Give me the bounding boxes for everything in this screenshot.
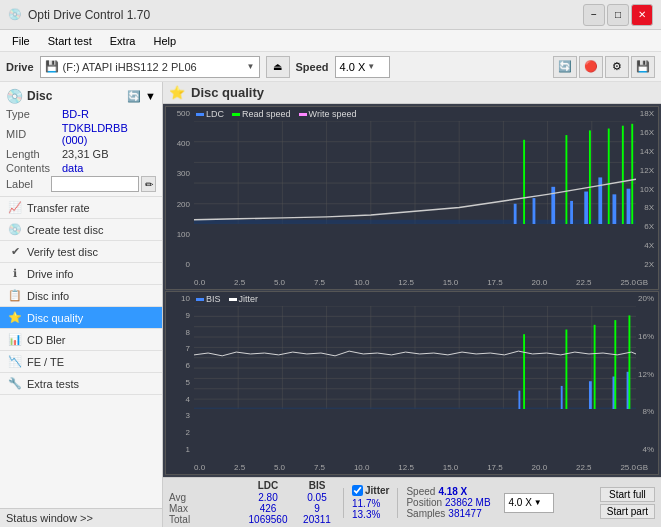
- sidebar-item-cd-bler[interactable]: 📊 CD Bler: [0, 329, 162, 351]
- transfer-rate-icon: 📈: [8, 201, 22, 214]
- drivebar: Drive 💾 (F:) ATAPI iHBS112 2 PL06 ▼ ⏏ Sp…: [0, 52, 661, 82]
- extra-tests-icon: 🔧: [8, 377, 22, 390]
- disc-menu-icon[interactable]: ▼: [145, 90, 156, 102]
- nav-label-extra-tests: Extra tests: [27, 378, 79, 390]
- result-speed-select[interactable]: 4.0 X ▼: [504, 493, 554, 513]
- chart2-svg: [194, 306, 636, 409]
- svg-rect-17: [533, 198, 536, 224]
- ldc-header: LDC: [243, 480, 293, 491]
- sidebar-item-extra-tests[interactable]: 🔧 Extra tests: [0, 373, 162, 395]
- total-bis: 20311: [297, 514, 337, 525]
- settings-button[interactable]: ⚙: [605, 56, 629, 78]
- avg-jitter: 11.7%: [352, 498, 389, 509]
- bis-legend-label: BIS: [206, 294, 221, 304]
- svg-rect-22: [612, 194, 616, 224]
- svg-rect-15: [194, 220, 636, 225]
- menu-start-test[interactable]: Start test: [40, 33, 100, 49]
- position-val: 23862 MB: [445, 497, 491, 508]
- type-key: Type: [6, 108, 62, 120]
- save-button[interactable]: 💾: [631, 56, 655, 78]
- nav-label-disc-quality: Disc quality: [27, 312, 83, 324]
- chart2-y-axis-left: 10 9 8 7 6 5 4 3 2 1: [166, 292, 194, 456]
- mid-key: MID: [6, 128, 62, 140]
- ldc-legend-label: LDC: [206, 109, 224, 119]
- svg-rect-25: [565, 135, 567, 224]
- sidebar-item-create-test-disc[interactable]: 💿 Create test disc: [0, 219, 162, 241]
- jitter-header: Jitter: [365, 485, 389, 496]
- nav-label-drive-info: Drive info: [27, 268, 73, 280]
- start-full-button[interactable]: Start full: [600, 487, 655, 502]
- disc-refresh-icon[interactable]: 🔄: [127, 90, 141, 103]
- nav-label-disc-info: Disc info: [27, 290, 69, 302]
- nav-label-verify-test-disc: Verify test disc: [27, 246, 98, 258]
- charts-area: LDC Read speed Write speed 500 400 300: [163, 104, 661, 477]
- result-speed-arrow: ▼: [534, 498, 542, 507]
- create-test-disc-icon: 💿: [8, 223, 22, 236]
- content-header-icon: ⭐: [169, 85, 185, 100]
- sidebar-item-fe-te[interactable]: 📉 FE / TE: [0, 351, 162, 373]
- eject-button[interactable]: ⏏: [266, 56, 290, 78]
- bis-chart: BIS Jitter 10 9 8 7 6 5 4 3 2: [165, 291, 659, 475]
- speed-label: Speed: [296, 61, 329, 73]
- mid-val: TDKBLDRBB (000): [62, 122, 156, 146]
- minimize-button[interactable]: −: [583, 4, 605, 26]
- label-edit-button[interactable]: ✏: [141, 176, 156, 192]
- contents-val: data: [62, 162, 83, 174]
- jitter-checkbox[interactable]: [352, 485, 363, 496]
- status-window-button[interactable]: Status window >>: [0, 508, 162, 527]
- content-title: Disc quality: [191, 85, 264, 100]
- maximize-button[interactable]: □: [607, 4, 629, 26]
- sidebar-item-disc-info[interactable]: 📋 Disc info: [0, 285, 162, 307]
- verify-test-disc-icon: ✔: [8, 245, 22, 258]
- avg-bis: 0.05: [297, 492, 337, 503]
- svg-rect-58: [594, 325, 596, 410]
- disc-icon: 💿: [6, 88, 23, 104]
- nav-label-fe-te: FE / TE: [27, 356, 64, 368]
- close-button[interactable]: ✕: [631, 4, 653, 26]
- titlebar: 💿 Opti Drive Control 1.70 − □ ✕: [0, 0, 661, 30]
- max-jitter: 13.3%: [352, 509, 389, 520]
- svg-rect-52: [561, 386, 563, 410]
- sidebar-item-drive-info[interactable]: ℹ Drive info: [0, 263, 162, 285]
- fe-te-icon: 📉: [8, 355, 22, 368]
- refresh-button[interactable]: 🔄: [553, 56, 577, 78]
- total-ldc: 1069560: [243, 514, 293, 525]
- ldc-legend-dot: [196, 113, 204, 116]
- length-key: Length: [6, 148, 62, 160]
- start-part-button[interactable]: Start part: [600, 504, 655, 519]
- label-input[interactable]: [51, 176, 139, 192]
- nav-label-cd-bler: CD Bler: [27, 334, 66, 346]
- ldc-chart: LDC Read speed Write speed 500 400 300: [165, 106, 659, 290]
- samples-val: 381477: [448, 508, 481, 519]
- sidebar-item-verify-test-disc[interactable]: ✔ Verify test disc: [0, 241, 162, 263]
- write-speed-legend-dot: [299, 113, 307, 116]
- speed-select[interactable]: 4.0 X ▼: [335, 56, 390, 78]
- menubar: File Start test Extra Help: [0, 30, 661, 52]
- chart2-x-axis: 0.0 2.5 5.0 7.5 10.0 12.5 15.0 17.5 20.0…: [194, 463, 636, 472]
- sidebar-item-transfer-rate[interactable]: 📈 Transfer rate: [0, 197, 162, 219]
- nav-label-create-test-disc: Create test disc: [27, 224, 103, 236]
- avg-label: Avg: [169, 492, 239, 503]
- disc-quality-icon: ⭐: [8, 311, 22, 324]
- svg-rect-27: [608, 129, 610, 225]
- jitter-legend-label: Jitter: [239, 294, 259, 304]
- menu-extra[interactable]: Extra: [102, 33, 144, 49]
- chart2-y-axis-right: 20% 16% 12% 8% 4%: [636, 292, 658, 456]
- nav-label-transfer-rate: Transfer rate: [27, 202, 90, 214]
- svg-rect-20: [584, 192, 588, 225]
- status-window-label: Status window >>: [6, 512, 93, 524]
- menu-help[interactable]: Help: [145, 33, 184, 49]
- chart2-x-label: GB: [636, 463, 648, 472]
- sidebar-item-disc-quality[interactable]: ⭐ Disc quality: [0, 307, 162, 329]
- menu-file[interactable]: File: [4, 33, 38, 49]
- burn-button[interactable]: 🔴: [579, 56, 603, 78]
- samples-key: Samples: [406, 508, 445, 519]
- svg-rect-24: [523, 140, 525, 225]
- svg-rect-51: [518, 391, 520, 410]
- read-speed-legend-dot: [232, 113, 240, 116]
- drive-select[interactable]: 💾 (F:) ATAPI iHBS112 2 PL06 ▼: [40, 56, 260, 78]
- stats-bar: LDC BIS Avg 2.80 0.05 Max 426 9 Total 10…: [163, 477, 661, 527]
- total-label: Total: [169, 514, 239, 525]
- cd-bler-icon: 📊: [8, 333, 22, 346]
- stats-empty: [169, 480, 239, 491]
